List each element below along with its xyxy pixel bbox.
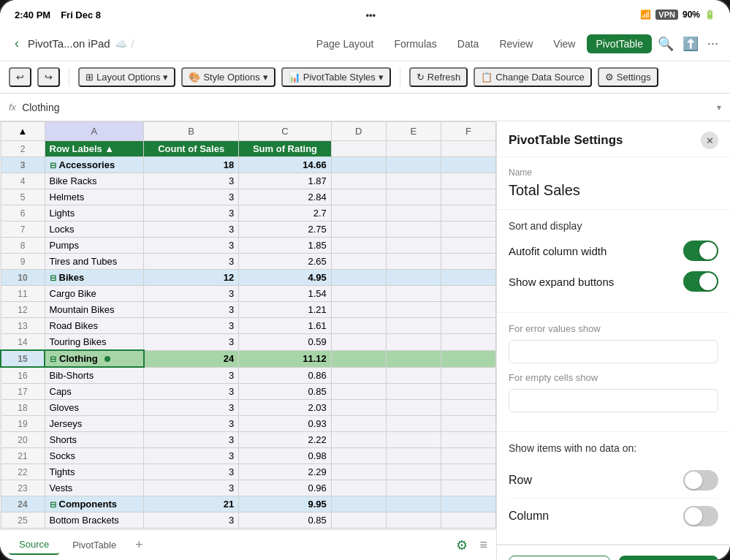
- add-sheet-button[interactable]: +: [129, 536, 148, 555]
- cancel-button[interactable]: Cancel: [509, 556, 610, 560]
- vpn-badge: VPN: [655, 10, 678, 20]
- col-header-b[interactable]: B: [144, 122, 239, 141]
- pivottable-styles-button[interactable]: 📊 PivotTable Styles ▾: [281, 67, 391, 87]
- battery-percentage: 90%: [683, 10, 700, 20]
- settings-button[interactable]: ⚙ Settings: [598, 67, 658, 87]
- back-button[interactable]: ‹: [12, 33, 22, 54]
- main-content: ▲ A B C D E F 2: [0, 121, 730, 560]
- table-row: 11 Cargo Bike 3 1.54: [1, 286, 496, 302]
- battery-icon: 🔋: [704, 10, 715, 20]
- formula-input[interactable]: [22, 102, 711, 113]
- expand-buttons-toggle-row: Show expand buttons: [509, 271, 718, 292]
- table-row: 2 Row Labels ▲ Count of Sales Sum of Rat…: [1, 141, 496, 157]
- panel-header: PivotTable Settings ✕: [497, 121, 730, 157]
- toggle-knob: [699, 242, 717, 260]
- chevron-down-icon-2: ▾: [263, 72, 268, 83]
- status-bar: 2:40 PM Fri Dec 8 ••• 📶 VPN 90% 🔋: [0, 0, 730, 26]
- undo-button[interactable]: ↩: [9, 67, 31, 87]
- empty-cells-input[interactable]: [509, 389, 718, 412]
- style-options-button[interactable]: 🎨 Style Options ▾: [181, 67, 275, 87]
- table-row: 3 ⊟Accessories 18 14.66: [1, 157, 496, 173]
- col-header-c[interactable]: C: [239, 122, 332, 141]
- nav-icons: 🔍 ⬆️ ···: [658, 36, 718, 52]
- count-sales-header[interactable]: Count of Sales: [144, 141, 239, 157]
- row-label: Row: [509, 474, 532, 487]
- change-data-source-button[interactable]: 📋 Change Data Source: [474, 67, 591, 87]
- column-label: Column: [509, 510, 549, 523]
- table-row: 5 Helmets 3 2.84: [1, 189, 496, 205]
- table-row: 10 ⊟Bikes 12 4.95: [1, 270, 496, 286]
- toggle-knob-row: [685, 472, 702, 489]
- nav-title: PivotTa...on iPad ☁️ /: [28, 37, 302, 50]
- error-empty-section: For error values show For empty cells sh…: [497, 313, 730, 432]
- col-header-d[interactable]: D: [331, 122, 386, 141]
- tab-formulas[interactable]: Formulas: [385, 34, 445, 53]
- list-tab-icon[interactable]: ≡: [479, 537, 487, 553]
- panel-footer: Cancel Apply: [497, 545, 730, 560]
- column-toggle-row: Column: [509, 499, 718, 534]
- tab-view[interactable]: View: [544, 34, 584, 53]
- table-row: 7 Locks 3 2.75: [1, 222, 496, 238]
- share-icon[interactable]: ⬆️: [683, 36, 699, 52]
- row-toggle[interactable]: [683, 470, 718, 491]
- column-toggle[interactable]: [683, 506, 718, 526]
- tab-review[interactable]: Review: [490, 34, 541, 53]
- toggle-knob-column: [685, 507, 702, 525]
- table-row: 13 Road Bikes 3 1.61: [1, 318, 496, 334]
- table-row: 19 Jerseys 3 0.93: [1, 416, 496, 432]
- navigation-bar: ‹ PivotTa...on iPad ☁️ / Page Layout For…: [0, 26, 730, 61]
- separator-2: [400, 69, 400, 86]
- row-num: 2: [1, 141, 45, 157]
- tab-page-layout[interactable]: Page Layout: [308, 34, 383, 53]
- tab-data[interactable]: Data: [449, 34, 488, 53]
- more-icon[interactable]: ···: [707, 36, 718, 51]
- chevron-down-icon: ▾: [163, 72, 168, 83]
- col-header-a[interactable]: A: [45, 122, 144, 141]
- table-container[interactable]: ▲ A B C D E F 2: [0, 121, 496, 529]
- status-center: •••: [365, 10, 376, 20]
- spreadsheet: ▲ A B C D E F 2: [0, 121, 496, 560]
- sum-rating-header[interactable]: Sum of Rating: [239, 141, 332, 157]
- toggle-knob-2: [699, 273, 717, 290]
- table-row: 23 Vests 3 0.96: [1, 480, 496, 496]
- refresh-icon: ↻: [417, 72, 425, 83]
- autofit-toggle-row: Autofit column width: [509, 241, 718, 261]
- row-labels-header[interactable]: Row Labels ▲: [45, 141, 144, 157]
- col-header-f[interactable]: F: [441, 122, 495, 141]
- error-values-input[interactable]: [509, 340, 718, 363]
- name-section: Name Total Sales: [497, 157, 730, 210]
- tab-source[interactable]: Source: [9, 535, 59, 555]
- tab-pivottable[interactable]: PivotTable: [62, 536, 126, 554]
- expand-buttons-toggle[interactable]: [683, 271, 718, 292]
- empty-field-label: For empty cells show: [509, 372, 718, 383]
- status-time: 2:40 PM Fri Dec 8: [15, 10, 101, 20]
- table-row: 18 Gloves 3 2.03: [1, 400, 496, 416]
- panel-close-button[interactable]: ✕: [701, 132, 718, 149]
- table-row: 20 Shorts 3 2.22: [1, 432, 496, 448]
- table-row: 24 ⊟Components 21 9.95: [1, 496, 496, 512]
- apply-button[interactable]: Apply: [619, 556, 719, 560]
- tab-pivottable[interactable]: PivotTable: [587, 34, 652, 53]
- pivot-styles-icon: 📊: [289, 72, 300, 83]
- table-row: 17 Caps 3 0.85: [1, 384, 496, 400]
- name-label: Name: [509, 167, 718, 178]
- file-name: PivotTa...on iPad: [28, 37, 110, 50]
- table-row: 15 ⊟Clothing 24 11.12: [1, 350, 496, 367]
- search-icon[interactable]: 🔍: [658, 36, 674, 52]
- settings-tab-icon[interactable]: ⚙: [456, 537, 468, 553]
- table-row: 16 Bib-Shorts 3 0.86: [1, 367, 496, 384]
- show-items-section: Show items with no data on: Row Column: [497, 432, 730, 545]
- autofit-toggle[interactable]: [683, 241, 718, 261]
- col-header-e[interactable]: E: [386, 122, 441, 141]
- wifi-icon: 📶: [640, 10, 651, 20]
- show-items-title: Show items with no data on:: [509, 442, 718, 454]
- sheet-tabs-right: ⚙ ≡: [456, 537, 487, 553]
- table-row: 25 Bottom Brackets 3 0.85: [1, 512, 496, 529]
- pivot-table: ▲ A B C D E F 2: [0, 121, 496, 529]
- redo-button[interactable]: ↪: [37, 67, 60, 87]
- table-row: 22 Tights 3 2.29: [1, 464, 496, 480]
- layout-options-button[interactable]: ⊞ Layout Options ▾: [78, 67, 175, 87]
- refresh-button[interactable]: ↻ Refresh: [409, 67, 468, 87]
- corner-cell: ▲: [1, 122, 45, 141]
- formula-chevron-icon[interactable]: ▾: [717, 102, 721, 113]
